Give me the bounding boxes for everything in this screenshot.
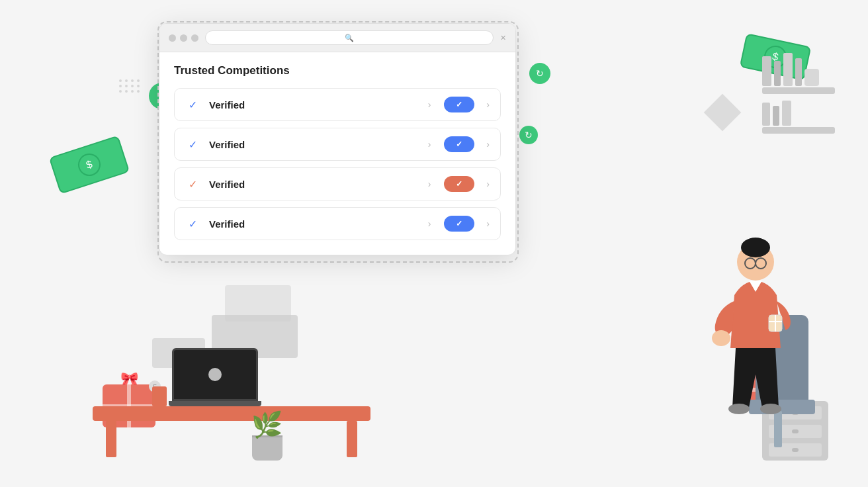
shelf-books xyxy=(762,53,835,86)
laptop-screen xyxy=(172,348,258,401)
check-icon-4: ✓ xyxy=(185,216,200,231)
browser-titlebar: 🔍 ✕ xyxy=(159,24,515,52)
dollar-sign-left: $ xyxy=(85,158,94,171)
toggle-check-3: ✓ xyxy=(456,179,462,189)
verified-row-4: ✓ Verified › ✓ › xyxy=(174,207,501,240)
toggle-btn-4[interactable]: ✓ xyxy=(444,216,474,232)
plant-pot: 🌿 xyxy=(251,410,282,461)
laptop-glow xyxy=(208,368,222,381)
browser-search-bar[interactable]: 🔍 xyxy=(205,30,494,45)
green-badge-2: ↻ xyxy=(519,126,538,144)
browser-window: 🔍 ✕ Trusted Competitions ✓ Verified › ✓ … xyxy=(159,23,516,255)
svg-point-1 xyxy=(741,238,770,257)
verified-row-1: ✓ Verified › ✓ › xyxy=(174,88,501,121)
verified-rows: ✓ Verified › ✓ › ✓ Verified › ✓ › ✓ xyxy=(174,88,501,240)
verified-row-3: ✓ Verified › ✓ › xyxy=(174,167,501,200)
svg-point-7 xyxy=(760,404,781,414)
toggle-check-1: ✓ xyxy=(456,100,462,109)
svg-point-5 xyxy=(712,330,730,346)
check-icon-3: ✓ xyxy=(185,177,200,191)
money-bill-left: $ xyxy=(49,135,130,194)
shelf-right xyxy=(762,53,835,136)
toggle-btn-1[interactable]: ✓ xyxy=(444,97,474,112)
diamond-deco xyxy=(704,94,742,132)
row-arrow-4: › xyxy=(428,218,431,229)
row-end-arrow-3: › xyxy=(486,179,490,189)
decorative-dots xyxy=(119,79,140,93)
desk-cup xyxy=(152,386,167,406)
browser-dots xyxy=(169,34,198,42)
browser-dot-3 xyxy=(191,34,198,42)
row-arrow-3: › xyxy=(428,179,431,189)
toggle-check-4: ✓ xyxy=(456,219,462,228)
browser-close-icon[interactable]: ✕ xyxy=(500,34,506,42)
desk-leg-left xyxy=(106,421,116,457)
svg-point-6 xyxy=(728,404,750,414)
person-illustration xyxy=(683,229,802,427)
browser-dot-1 xyxy=(169,34,176,42)
row-end-arrow-4: › xyxy=(486,218,490,229)
desk-surface xyxy=(93,406,370,421)
verified-label-3: Verified xyxy=(209,179,419,190)
toggle-btn-3[interactable]: ✓ xyxy=(444,176,474,192)
row-arrow-1: › xyxy=(428,99,431,110)
shelf-books-2 xyxy=(762,101,835,126)
check-icon-1: ✓ xyxy=(185,97,200,112)
row-end-arrow-1: › xyxy=(486,99,490,110)
search-icon: 🔍 xyxy=(345,34,354,42)
browser-content: Trusted Competitions ✓ Verified › ✓ › ✓ … xyxy=(159,52,515,255)
laptop xyxy=(172,348,261,406)
toggle-btn-2[interactable]: ✓ xyxy=(444,136,474,152)
laptop-base xyxy=(169,401,261,406)
check-icon-2: ✓ xyxy=(185,137,200,152)
row-end-arrow-2: › xyxy=(486,139,490,150)
plant-leaves: 🌿 xyxy=(251,410,282,439)
green-badge-1: ↻ xyxy=(529,63,550,84)
verified-row-2: ✓ Verified › ✓ › xyxy=(174,128,501,161)
browser-dot-2 xyxy=(180,34,187,42)
verified-label-2: Verified xyxy=(209,139,419,150)
toggle-check-2: ✓ xyxy=(456,140,462,149)
row-arrow-2: › xyxy=(428,139,431,150)
verified-label-1: Verified xyxy=(209,99,419,111)
browser-title: Trusted Competitions xyxy=(174,64,501,77)
desk-leg-right xyxy=(347,421,357,457)
verified-label-4: Verified xyxy=(209,218,419,230)
